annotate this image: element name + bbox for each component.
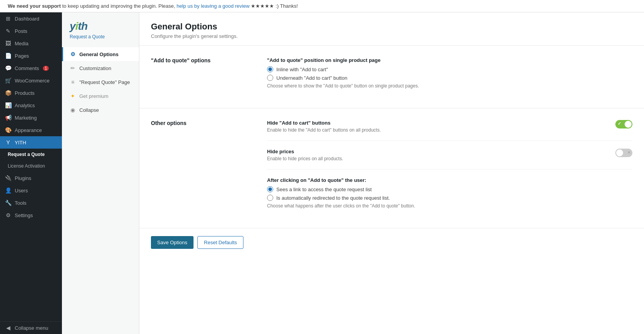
plugin-collapse-icon: ◉ [69,107,76,113]
radio-sees-link-input[interactable] [267,186,273,192]
hide-prices-toggle[interactable] [615,149,632,157]
radio-underneath-input[interactable] [267,75,273,81]
plugin-nav-customization[interactable]: ✏ Customization [62,61,139,75]
users-icon: 👤 [5,187,12,194]
hide-prices-desc: Enable to hide prices on all products. [267,156,608,161]
sidebar-item-collapse[interactable]: ◀ Collapse menu [0,322,62,334]
page-header: General Options Configure the plugin's g… [139,12,644,46]
review-link[interactable]: help us by leaving a good review [176,3,250,9]
radio-auto-redirect[interactable]: Is automatically redirected to the quote… [267,195,632,201]
radio-sees-link[interactable]: Sees a link to access the quote request … [267,186,632,192]
collapse-icon: ◀ [5,325,12,331]
appearance-icon: 🎨 [5,127,12,133]
sidebar-item-pages[interactable]: 📄 Pages [0,50,62,62]
radio-inline[interactable]: Inline with "Add to cart" [267,66,632,72]
other-options-section-label: Other options [151,120,252,216]
plugin-nav-get-premium[interactable]: ✦ Get premium [62,89,139,103]
radio-inline-label: Inline with "Add to cart" [276,67,328,72]
sidebar-item-appearance[interactable]: 🎨 Appearance [0,124,62,136]
comments-badge: 1 [43,66,49,71]
position-field-description: Choose where to show the "Add to quote" … [267,83,632,89]
support-text-bold: We need your support [8,3,61,9]
sidebar-item-analytics[interactable]: 📊 Analytics [0,99,62,111]
plugin-nav-general-options[interactable]: ⚙ General Options [62,47,139,61]
position-field-group: "Add to quote" position on single produc… [267,57,632,89]
plugin-logo-area: yith Request a Quote [62,12,139,43]
sidebar-item-products[interactable]: 📦 Products [0,87,62,99]
customization-icon: ✏ [69,65,76,71]
after-click-label: After clicking on "Add to quote" the use… [267,177,632,183]
yith-icon: Y [5,139,12,146]
stars: ★★★★★ [251,3,274,9]
woocommerce-icon: 🛒 [5,77,12,84]
sidebar-item-request-a-quote[interactable]: Request a Quote [0,149,62,160]
thanks-text: :) Thanks! [276,3,298,9]
sidebar-item-comments[interactable]: 💬 Comments 1 [0,62,62,74]
add-to-quote-section: "Add to quote" options "Add to quote" po… [139,46,644,108]
sidebar-item-license-activation[interactable]: License Activation [0,160,62,172]
plugin-nav-collapse[interactable]: ◉ Collapse [62,103,139,117]
plugins-icon: 🔌 [5,175,12,181]
hide-prices-info: Hide prices Enable to hide prices on all… [267,149,608,161]
other-options-section-content: Hide "Add to cart" buttons Enable to hid… [267,120,632,216]
other-options-section: Other options Hide "Add to cart" buttons… [139,108,644,228]
products-icon: 📦 [5,90,12,96]
main-content: General Options Configure the plugin's g… [139,12,644,334]
add-to-quote-section-label: "Add to quote" options [151,57,252,96]
yith-logo: yith [70,20,131,33]
hide-prices-slider [615,149,632,157]
sidebar-item-settings[interactable]: ⚙ Settings [0,209,62,221]
add-to-quote-section-content: "Add to quote" position on single produc… [267,57,632,96]
page-title: General Options [151,22,632,32]
hide-prices-row: Hide prices Enable to hide prices on all… [267,149,632,170]
sidebar-item-plugins[interactable]: 🔌 Plugins [0,172,62,184]
reset-defaults-button[interactable]: Reset Defaults [197,236,243,249]
plugin-name[interactable]: Request a Quote [70,34,131,39]
comments-icon: 💬 [5,65,12,71]
position-field-label: "Add to quote" position on single produc… [267,57,632,63]
footer-buttons: Save Options Reset Defaults [139,228,644,257]
sidebar-item-dashboard[interactable]: ⊞ Dashboard [0,12,62,25]
plugin-nav: ⚙ General Options ✏ Customization ≡ "Req… [62,43,139,121]
marketing-icon: 📢 [5,115,12,121]
page-subtitle: Configure the plugin's general settings. [151,33,632,39]
radio-underneath-label: Underneath "Add to cart" button [276,75,347,81]
radio-auto-redirect-label: Is automatically redirected to the quote… [276,195,390,201]
plugin-sidebar: yith Request a Quote ⚙ General Options ✏… [62,12,139,334]
hide-prices-label: Hide prices [267,149,608,154]
pages-icon: 📄 [5,53,12,59]
hide-add-to-cart-label: Hide "Add to cart" buttons [267,120,608,126]
sidebar-item-marketing[interactable]: 📢 Marketing [0,111,62,124]
sidebar-item-tools[interactable]: 🔧 Tools [0,197,62,209]
save-options-button[interactable]: Save Options [151,236,194,249]
hide-add-to-cart-info: Hide "Add to cart" buttons Enable to hid… [267,120,608,133]
sidebar-item-yith[interactable]: Y YITH [0,136,62,149]
hide-add-to-cart-toggle[interactable] [615,120,632,128]
settings-icon: ⚙ [5,212,12,218]
dashboard-icon: ⊞ [5,15,12,22]
analytics-icon: 📊 [5,102,12,108]
sidebar-item-users[interactable]: 👤 Users [0,184,62,197]
sidebar-collapse-section: ◀ Collapse menu [0,321,62,334]
premium-icon: ✦ [69,93,76,99]
after-click-description: Choose what happens after the user click… [267,203,632,209]
wp-sidebar: ⊞ Dashboard ✎ Posts 🖼 Media 📄 Pages 💬 Co… [0,12,62,334]
yith-submenu: Request a Quote License Activation [0,149,62,172]
content-inner: General Options Configure the plugin's g… [139,12,644,334]
hide-add-to-cart-row: Hide "Add to cart" buttons Enable to hid… [267,120,632,141]
after-click-field-group: After clicking on "Add to quote" the use… [267,177,632,209]
support-text-mid: to keep updating and improving the plugi… [62,3,177,9]
radio-auto-redirect-input[interactable] [267,195,273,201]
general-options-icon: ⚙ [69,51,76,57]
radio-underneath[interactable]: Underneath "Add to cart" button [267,75,632,81]
sidebar-item-woocommerce[interactable]: 🛒 WooCommerce [0,74,62,87]
hide-add-to-cart-desc: Enable to hide the "Add to cart" buttons… [267,127,608,133]
posts-icon: ✎ [5,28,12,34]
tools-icon: 🔧 [5,200,12,206]
sidebar-item-media[interactable]: 🖼 Media [0,37,62,50]
media-icon: 🖼 [5,40,12,46]
radio-inline-input[interactable] [267,66,273,72]
sidebar-item-posts[interactable]: ✎ Posts [0,25,62,37]
plugin-nav-request-quote-page[interactable]: ≡ "Request Quote" Page [62,75,139,89]
radio-sees-link-label: Sees a link to access the quote request … [276,187,372,192]
